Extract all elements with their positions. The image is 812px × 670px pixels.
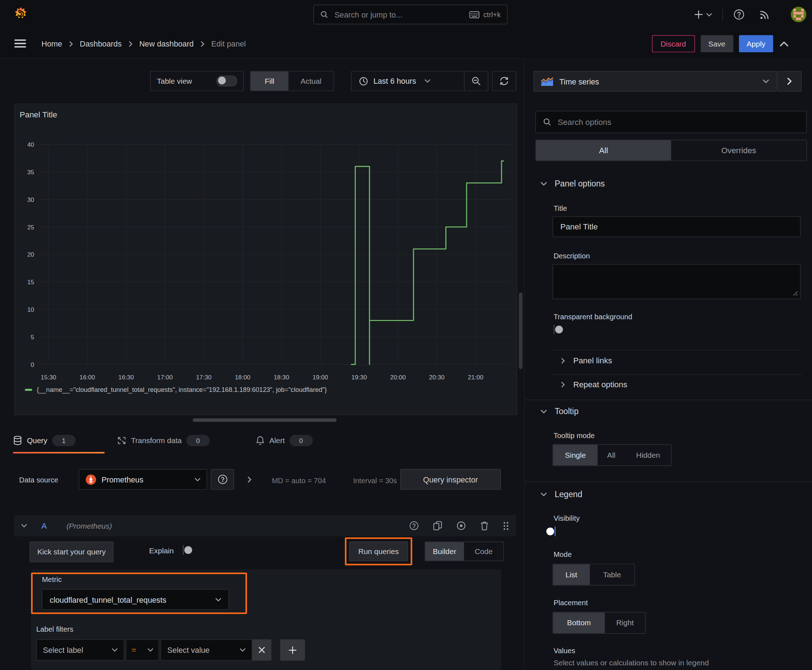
tab-alert-count: 0	[289, 435, 312, 446]
select-value-dropdown[interactable]: Select value	[160, 639, 252, 660]
repeat-options-section-header[interactable]: Repeat options	[561, 380, 627, 389]
tab-alert-label: Alert	[269, 436, 285, 445]
save-button[interactable]: Save	[701, 35, 733, 52]
news-button[interactable]	[756, 6, 774, 23]
data-source-picker[interactable]: Prometheus	[79, 469, 207, 490]
tab-all[interactable]: All	[536, 140, 671, 160]
tab-query[interactable]: Query 1	[13, 435, 75, 446]
tooltip-mode-hidden[interactable]: Hidden	[625, 445, 671, 465]
scrollbar-thumb[interactable]	[519, 293, 522, 369]
apply-button[interactable]: Apply	[739, 35, 773, 52]
hamburger-icon	[14, 38, 27, 49]
table-view-toggle[interactable]	[217, 76, 237, 86]
panel-title-input[interactable]	[553, 217, 800, 237]
placement-bottom[interactable]: Bottom	[553, 612, 605, 633]
legend-section-header[interactable]: Legend	[541, 490, 582, 499]
duplicate-query-button[interactable]	[433, 521, 442, 530]
fill-option[interactable]: Fill	[251, 71, 288, 91]
mega-menu-toggle[interactable]	[14, 38, 27, 49]
drag-query-handle[interactable]	[503, 521, 509, 530]
global-search-box[interactable]: ctrl+k	[313, 5, 507, 24]
chevron-down-icon	[215, 598, 221, 601]
help-button[interactable]	[730, 6, 748, 23]
explain-toggle[interactable]	[183, 545, 184, 555]
svg-text:30: 30	[27, 196, 34, 203]
query-ref-id[interactable]: A	[42, 521, 47, 530]
run-queries-button[interactable]: Run queries	[349, 541, 408, 561]
operator-dropdown[interactable]: =	[125, 639, 159, 660]
select-label-dropdown[interactable]: Select label	[36, 639, 124, 660]
kick-start-query-button[interactable]: Kick start your query	[29, 541, 114, 562]
description-textarea[interactable]	[553, 264, 800, 299]
search-input[interactable]	[334, 10, 470, 19]
options-search-input[interactable]	[557, 117, 800, 127]
fill-actual-switcher: Fill Actual	[250, 71, 334, 91]
query-row-header[interactable]: A (Prometheus)	[14, 515, 516, 536]
new-button[interactable]	[691, 7, 715, 22]
chevron-down-icon	[240, 648, 246, 652]
user-avatar[interactable]	[791, 7, 806, 22]
time-range-picker[interactable]: Last 6 hours	[352, 71, 464, 91]
query-stats-interval: Interval = 30s	[353, 476, 397, 485]
zoom-out-button[interactable]	[464, 76, 488, 86]
query-help-button[interactable]	[409, 521, 419, 530]
chevron-down-icon	[541, 182, 547, 186]
visualization-picker[interactable]: Time series	[534, 71, 777, 91]
breadcrumb-dashboards[interactable]: Dashboards	[80, 39, 122, 48]
builder-option[interactable]: Builder	[425, 542, 464, 560]
search-icon	[543, 117, 552, 126]
add-filter-button[interactable]	[280, 639, 305, 660]
query-datasource-name: (Prometheus)	[66, 521, 112, 530]
panel-preview: Panel Title 051015202530354015:3016:0016…	[14, 103, 517, 415]
transparent-background-toggle[interactable]	[554, 325, 554, 334]
actual-option[interactable]: Actual	[288, 71, 334, 91]
legend-series-label[interactable]: {__name__="cloudflared_tunnel_total_requ…	[37, 386, 327, 393]
metric-select[interactable]: cloudflared_tunnel_total_requests	[42, 589, 229, 610]
breadcrumb-home[interactable]: Home	[42, 39, 62, 48]
panel-options-section-header[interactable]: Panel options	[541, 179, 605, 188]
tooltip-section-header[interactable]: Tooltip	[541, 407, 578, 416]
clock-icon	[359, 76, 368, 86]
query-inspector-button[interactable]: Query inspector	[400, 469, 501, 490]
page-header-bar: Home Dashboards New dashboard Edit panel…	[0, 29, 812, 58]
discard-button[interactable]: Discard	[652, 35, 695, 52]
tooltip-mode-single[interactable]: Single	[553, 445, 598, 465]
legend-mode-list[interactable]: List	[553, 564, 590, 585]
options-search-box[interactable]	[536, 111, 807, 133]
rss-icon	[759, 9, 770, 20]
hide-response-button[interactable]	[456, 521, 466, 530]
label-filters-label: Label filters	[36, 625, 73, 633]
placement-right[interactable]: Right	[605, 612, 645, 633]
plus-icon	[694, 10, 703, 19]
prometheus-query-builder: Metric cloudflared_tunnel_total_requests…	[31, 569, 501, 670]
grafana-logo-icon[interactable]	[12, 6, 29, 22]
code-option[interactable]: Code	[464, 542, 503, 560]
tab-transform-data[interactable]: Transform data 0	[117, 435, 210, 446]
query-row-actions	[409, 521, 509, 530]
tab-alert[interactable]: Alert 0	[256, 435, 313, 446]
pane-resize-handle[interactable]	[193, 418, 337, 422]
avatar-pixel-art	[793, 9, 796, 12]
panel-links-section-header[interactable]: Panel links	[561, 356, 612, 365]
svg-text:17:30: 17:30	[196, 374, 211, 381]
collapse-options-button[interactable]	[777, 71, 802, 91]
svg-text:20:00: 20:00	[390, 374, 406, 381]
data-source-help-button[interactable]	[211, 469, 234, 490]
legend-mode-table[interactable]: Table	[590, 564, 634, 585]
refresh-icon	[499, 76, 509, 86]
breadcrumb-new-dashboard[interactable]: New dashboard	[139, 39, 194, 48]
expand-options-icon[interactable]	[247, 476, 252, 483]
tab-overrides[interactable]: Overrides	[671, 140, 807, 160]
svg-text:19:30: 19:30	[351, 374, 367, 381]
legend-visibility-toggle[interactable]	[554, 526, 556, 536]
tooltip-mode-all[interactable]: All	[598, 445, 625, 465]
remove-filter-button[interactable]	[252, 639, 271, 660]
refresh-button[interactable]	[492, 71, 516, 91]
remove-query-button[interactable]	[480, 521, 489, 530]
chevron-down-icon	[195, 477, 200, 481]
collapse-header-button[interactable]	[779, 39, 789, 48]
chevron-down-icon	[541, 409, 547, 414]
chevron-up-icon	[780, 41, 788, 46]
chevron-right-icon	[200, 41, 205, 47]
time-series-chart[interactable]: 051015202530354015:3016:0016:3017:0017:3…	[20, 123, 512, 384]
